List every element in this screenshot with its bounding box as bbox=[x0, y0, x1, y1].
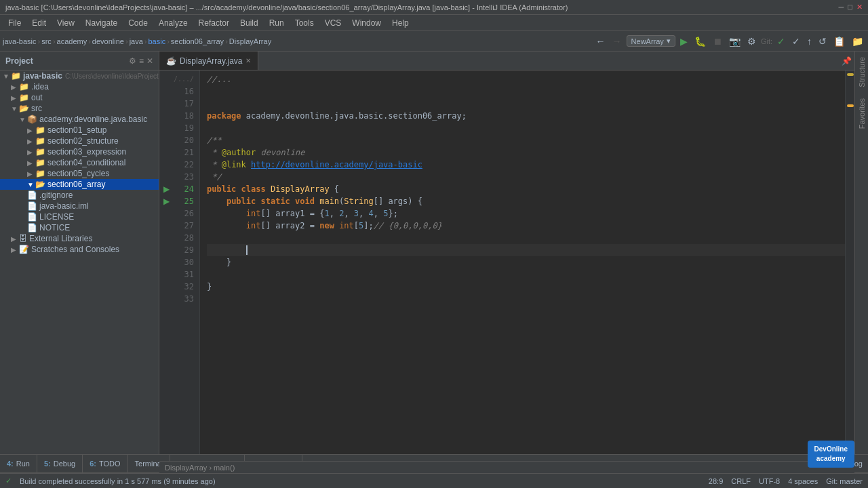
run-button[interactable]: ▶ bbox=[678, 36, 690, 47]
run-config[interactable]: NewArray ▾ bbox=[627, 35, 675, 47]
breadcrumb-displayarray[interactable]: DisplayArray bbox=[229, 37, 271, 45]
linenum-26: 26 bbox=[173, 207, 194, 220]
iml-label: java-basic.iml bbox=[39, 201, 89, 211]
menu-refactor[interactable]: Refactor bbox=[193, 17, 235, 29]
linenum-16: 16 bbox=[173, 85, 194, 98]
status-right: 28:9 CRLF UTF-8 4 spaces Git: master bbox=[709, 477, 863, 485]
sidebar-header: Project ⚙ ≡ ✕ bbox=[0, 52, 159, 70]
breadcrumb-java-basic[interactable]: java-basic bbox=[3, 37, 37, 45]
menu-view[interactable]: View bbox=[52, 17, 80, 29]
code-editor[interactable]: ▶ ▶ /.../ 16 17 bbox=[159, 70, 854, 454]
sidebar-close-icon[interactable]: ✕ bbox=[146, 56, 153, 66]
cursor-position[interactable]: 28:9 bbox=[709, 477, 723, 485]
menu-tools[interactable]: Tools bbox=[290, 17, 319, 29]
breadcrumb-src[interactable]: src bbox=[41, 37, 52, 45]
tree-gitignore[interactable]: ▶ 📄 .gitignore bbox=[0, 190, 159, 201]
sidebar-gear-icon[interactable]: ⚙ bbox=[129, 56, 136, 66]
minimize-btn[interactable]: ─ bbox=[839, 3, 844, 12]
debug-button[interactable]: 🐛 bbox=[692, 36, 708, 47]
tree-section06[interactable]: ▼ 📂 section06_array bbox=[0, 179, 159, 190]
vcs-history[interactable]: ↺ bbox=[816, 36, 829, 47]
code-content[interactable]: //... package academy.devonline.java.bas… bbox=[200, 70, 845, 454]
menu-vcs[interactable]: VCS bbox=[319, 17, 347, 29]
breadcrumb-basic[interactable]: basic bbox=[148, 37, 165, 45]
tree-idea[interactable]: ▶ 📁 .idea bbox=[0, 81, 159, 92]
line-endings[interactable]: CRLF bbox=[731, 477, 751, 485]
menu-navigate[interactable]: Navigate bbox=[80, 17, 123, 29]
menu-code[interactable]: Code bbox=[123, 17, 153, 29]
breadcrumb-devonline[interactable]: devonline bbox=[92, 37, 124, 45]
section05-arrow-icon: ▶ bbox=[27, 170, 34, 178]
location-text: DisplayArray › main() bbox=[165, 464, 235, 472]
menu-window[interactable]: Window bbox=[347, 17, 387, 29]
tree-section02[interactable]: ▶ 📁 section02_structure bbox=[0, 136, 159, 146]
vcs-patch[interactable]: 📋 bbox=[831, 36, 847, 47]
breadcrumb-academy[interactable]: academy bbox=[57, 37, 87, 45]
section06-label: section06_array bbox=[47, 180, 105, 189]
menu-build[interactable]: Build bbox=[235, 17, 264, 29]
vcs-commit[interactable]: ✓ bbox=[775, 36, 787, 47]
sidebar: Project ⚙ ≡ ✕ ▼ 📁 java-basic C:\Users\de… bbox=[0, 52, 159, 454]
close-btn[interactable]: ✕ bbox=[856, 3, 863, 12]
stop-button[interactable]: ⏹ bbox=[711, 36, 724, 47]
linenum-20: 20 bbox=[173, 134, 194, 146]
back-btn[interactable]: ← bbox=[594, 36, 608, 47]
gutter-mark-1 bbox=[847, 73, 854, 76]
editor-pin-icon[interactable]: 📌 bbox=[842, 56, 852, 66]
linenum-29: 29 bbox=[173, 244, 194, 256]
tree-extlibs[interactable]: ▶ 🗄 External Libraries bbox=[0, 233, 159, 244]
title-bar: java-basic [C:\Users\devonline\IdeaProje… bbox=[0, 0, 868, 15]
vcs-update[interactable]: ✓ bbox=[790, 36, 802, 47]
code-line-21: * @author devonline bbox=[207, 146, 845, 159]
tab-debug[interactable]: 5: Debug bbox=[37, 455, 83, 472]
linenum-25: 25 bbox=[173, 195, 194, 207]
tab-displayarray[interactable]: ☕ DisplayArray.java ✕ bbox=[159, 52, 258, 70]
code-line-26: int[] array1 = {1, 2, 3, 4, 5}; bbox=[207, 207, 845, 220]
tree-notice[interactable]: ▶ 📄 NOTICE bbox=[0, 222, 159, 233]
tree-section05[interactable]: ▶ 📁 section05_cycles bbox=[0, 168, 159, 179]
run-config-arrow[interactable]: ▾ bbox=[667, 37, 671, 45]
tree-out[interactable]: ▶ 📁 out bbox=[0, 92, 159, 103]
tree-root[interactable]: ▼ 📁 java-basic C:\Users\devonline\IdeaPr… bbox=[0, 70, 159, 81]
vcs-branch[interactable]: Git: master bbox=[826, 477, 863, 485]
tree-iml[interactable]: ▶ 📄 java-basic.iml bbox=[0, 201, 159, 211]
menu-edit[interactable]: Edit bbox=[26, 17, 52, 29]
tree-scratches[interactable]: ▶ 📝 Scratches and Consoles bbox=[0, 244, 159, 255]
menu-help[interactable]: Help bbox=[387, 17, 414, 29]
menu-run[interactable]: Run bbox=[264, 17, 290, 29]
tree-academy[interactable]: ▼ 📦 academy.devonline.java.basic bbox=[0, 114, 159, 125]
tab-todo[interactable]: 6: TODO bbox=[83, 455, 127, 472]
sidebar-expand-icon[interactable]: ≡ bbox=[139, 56, 144, 66]
breadcrumb-java[interactable]: java bbox=[130, 37, 143, 45]
coverage-button[interactable]: 📷 bbox=[727, 36, 743, 47]
section02-arrow-icon: ▶ bbox=[27, 138, 34, 145]
vcs-push[interactable]: ↑ bbox=[805, 36, 814, 47]
license-label: LICENSE bbox=[39, 212, 74, 222]
indent-info[interactable]: 4 spaces bbox=[788, 477, 818, 485]
src-label: src bbox=[31, 104, 42, 113]
tree-license[interactable]: ▶ 📄 LICENSE bbox=[0, 211, 159, 222]
charset[interactable]: UTF-8 bbox=[759, 477, 780, 485]
scratches-label: Scratches and Consoles bbox=[31, 245, 119, 254]
vcs-shelf[interactable]: 📁 bbox=[850, 36, 865, 47]
tree-section03[interactable]: ▶ 📁 section03_expression bbox=[0, 146, 159, 157]
tree-section01[interactable]: ▶ 📁 section01_setup bbox=[0, 125, 159, 136]
devonline-logo: DevOnline academy bbox=[808, 441, 854, 468]
tab-close-icon[interactable]: ✕ bbox=[245, 57, 251, 64]
favorites-tool[interactable]: Favorites bbox=[858, 93, 866, 134]
forward-btn[interactable]: → bbox=[610, 36, 624, 47]
root-path: C:\Users\devonline\IdeaProjects bbox=[65, 73, 159, 80]
structure-tool[interactable]: Structure bbox=[858, 52, 866, 93]
out-folder-icon: 📁 bbox=[19, 93, 29, 102]
tree-src[interactable]: ▼ 📂 src bbox=[0, 103, 159, 114]
code-line-20: /** bbox=[207, 134, 845, 146]
settings-button[interactable]: ⚙ bbox=[745, 36, 758, 47]
tab-run[interactable]: 4: Run bbox=[0, 455, 37, 472]
tree-section04[interactable]: ▶ 📁 section04_conditional bbox=[0, 157, 159, 168]
menu-analyze[interactable]: Analyze bbox=[153, 17, 193, 29]
menu-file[interactable]: File bbox=[3, 17, 26, 29]
maximize-btn[interactable]: □ bbox=[848, 3, 852, 12]
breadcrumb-section06[interactable]: section06_array bbox=[171, 37, 224, 45]
linenum-18: 18 bbox=[173, 110, 194, 122]
code-line-29[interactable] bbox=[207, 244, 845, 256]
